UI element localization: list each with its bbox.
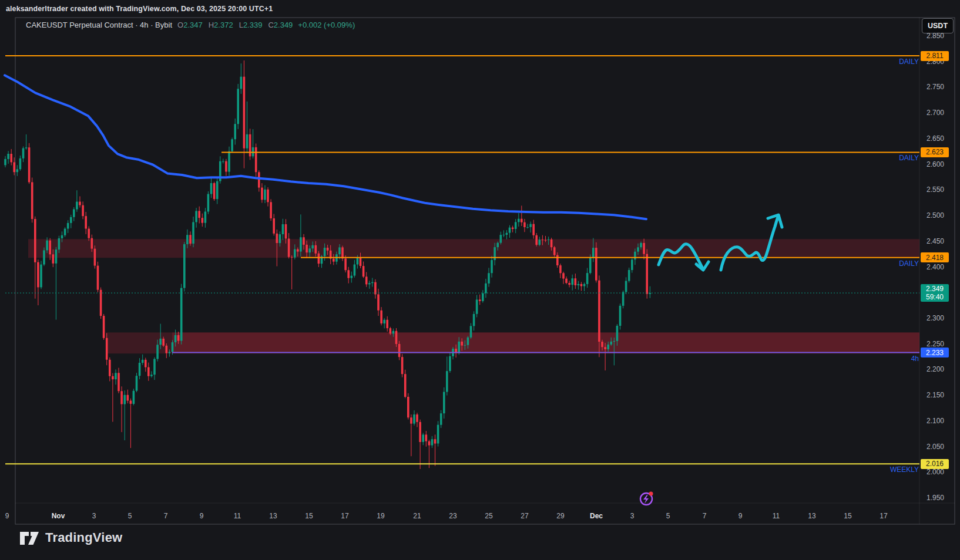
supply-zone[interactable] bbox=[172, 332, 919, 353]
key-levels bbox=[5, 56, 919, 464]
tradingview-logo-text[interactable]: TradingView bbox=[45, 530, 122, 545]
supply-zones bbox=[28, 239, 919, 353]
tradingview-logo-icon bbox=[19, 530, 39, 545]
moving-average-line[interactable] bbox=[5, 75, 646, 219]
chart-canvas[interactable] bbox=[0, 0, 960, 560]
chart-frame bbox=[15, 18, 955, 524]
candlestick-series bbox=[4, 60, 651, 469]
tradingview-footer: TradingView bbox=[19, 530, 122, 545]
tradingview-snapshot: aleksanderltrader created with TradingVi… bbox=[0, 0, 960, 560]
supply-zone[interactable] bbox=[28, 239, 919, 258]
